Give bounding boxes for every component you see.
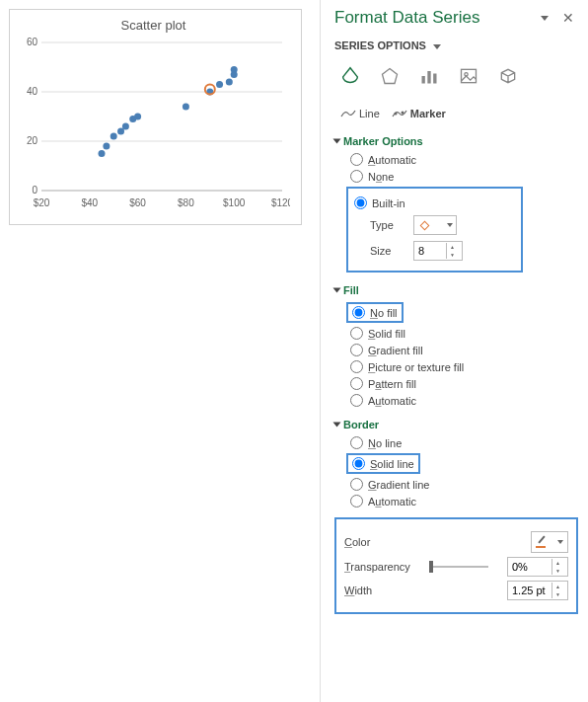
svg-point-19	[122, 123, 129, 130]
radio-picture-fill[interactable]: Picture or texture fill	[350, 360, 574, 373]
radio-pattern-fill[interactable]: Pattern fill	[350, 377, 574, 390]
marker-size-input[interactable]	[414, 245, 446, 257]
svg-text:$60: $60	[129, 197, 146, 208]
svg-text:40: 40	[27, 86, 38, 97]
width-spinner[interactable]: ▲▼	[507, 581, 568, 600]
svg-text:$40: $40	[81, 197, 98, 208]
radio-automatic-marker[interactable]: Automatic	[350, 153, 574, 166]
chart-container: Scatter plot 0204060$20$40$60$80$100$120	[9, 9, 302, 225]
format-category-icons	[334, 61, 574, 91]
radio-gradient-fill[interactable]: Gradient fill	[350, 344, 574, 356]
transparency-spinner[interactable]: ▲▼	[507, 557, 568, 577]
marker-type-dropdown[interactable]	[413, 215, 457, 235]
effects-icon[interactable]	[374, 61, 405, 91]
series-options-arrow-icon	[433, 44, 441, 49]
svg-point-27	[231, 66, 238, 73]
spin-up-icon[interactable]: ▲	[552, 559, 563, 567]
size-properties-icon[interactable]	[413, 61, 445, 91]
svg-point-15	[99, 150, 106, 157]
svg-point-25	[226, 79, 233, 86]
width-label: Width	[344, 585, 372, 596]
svg-text:$80: $80	[178, 197, 194, 208]
size-label: Size	[370, 245, 404, 257]
picture-icon[interactable]	[453, 61, 484, 91]
svg-rect-31	[427, 71, 430, 84]
collapse-icon	[333, 423, 341, 428]
radio-none-marker[interactable]: None	[350, 170, 574, 183]
svg-text:$120: $120	[271, 197, 290, 208]
svg-text:$100: $100	[223, 197, 246, 208]
svg-point-22	[183, 104, 189, 111]
svg-point-36	[401, 112, 404, 115]
format-panel: Format Data Series ✕ Series Options Line	[320, 0, 586, 702]
svg-rect-30	[422, 76, 425, 84]
fill-line-icon[interactable]	[334, 61, 366, 91]
radio-automatic-border[interactable]: Automatic	[350, 495, 574, 507]
tab-marker[interactable]: Marker	[386, 105, 452, 122]
svg-point-21	[134, 114, 141, 120]
svg-text:0: 0	[32, 185, 37, 195]
pen-color-icon	[536, 536, 548, 548]
radio-automatic-fill[interactable]: Automatic	[350, 394, 574, 407]
section-marker-options[interactable]: Marker Options	[334, 135, 574, 147]
svg-point-17	[110, 133, 117, 140]
svg-point-24	[216, 81, 223, 88]
transparency-label: Transparency	[344, 561, 410, 573]
svg-marker-29	[383, 69, 398, 84]
color-picker-button[interactable]	[531, 531, 568, 553]
radio-solid-line[interactable]: Solid line	[352, 457, 414, 470]
transparency-input[interactable]	[508, 561, 551, 573]
section-fill[interactable]: Fill	[334, 284, 574, 296]
color-width-highlight-box: Color Transparency ▲▼ Width ▲▼	[334, 517, 578, 614]
spin-down-icon[interactable]: ▼	[552, 590, 563, 598]
width-input[interactable]	[508, 585, 551, 596]
radio-gradient-line[interactable]: Gradient line	[350, 478, 574, 491]
chart-title: Scatter plot	[14, 18, 293, 33]
spin-up-icon[interactable]: ▲	[552, 583, 563, 590]
series-options-label[interactable]: Series Options	[334, 39, 574, 51]
tab-line[interactable]: Line	[334, 105, 386, 122]
svg-point-35	[394, 113, 397, 116]
svg-point-16	[103, 143, 110, 150]
collapse-icon	[333, 288, 341, 293]
type-label: Type	[370, 219, 404, 231]
transparency-slider[interactable]	[429, 566, 488, 568]
section-border[interactable]: Border	[334, 419, 574, 430]
svg-text:$20: $20	[34, 197, 50, 208]
svg-point-18	[117, 128, 124, 135]
spin-up-icon[interactable]: ▲	[447, 243, 458, 251]
spin-down-icon[interactable]: ▼	[552, 567, 563, 575]
panel-title: Format Data Series	[334, 8, 479, 28]
svg-rect-33	[462, 69, 477, 82]
radio-solid-fill[interactable]: Solid fill	[350, 327, 574, 340]
collapse-icon	[333, 139, 341, 144]
scatter-plot[interactable]: 0204060$20$40$60$80$100$120	[14, 37, 290, 209]
radio-no-fill[interactable]: No fill	[352, 306, 398, 319]
panel-menu-arrow-icon[interactable]	[541, 16, 549, 21]
builtin-highlight-box: Built-in Type Size ▲▼	[346, 187, 523, 273]
svg-text:20: 20	[27, 135, 38, 146]
radio-no-line[interactable]: No line	[350, 436, 574, 449]
diamond-marker-icon	[420, 220, 430, 230]
color-label: Color	[344, 536, 370, 548]
spin-down-icon[interactable]: ▼	[447, 251, 458, 259]
no-fill-highlight-box: No fill	[346, 302, 404, 323]
svg-text:60: 60	[27, 37, 38, 47]
3d-icon[interactable]	[492, 61, 524, 91]
close-icon[interactable]: ✕	[562, 10, 574, 26]
line-marker-tabs: Line Marker	[334, 105, 574, 123]
dropdown-arrow-icon	[447, 223, 453, 227]
marker-size-spinner[interactable]: ▲▼	[413, 241, 463, 261]
radio-builtin-marker[interactable]: Built-in	[354, 196, 515, 209]
dropdown-arrow-icon	[557, 540, 563, 544]
svg-rect-32	[433, 74, 436, 84]
solid-line-highlight-box: Solid line	[346, 453, 420, 474]
